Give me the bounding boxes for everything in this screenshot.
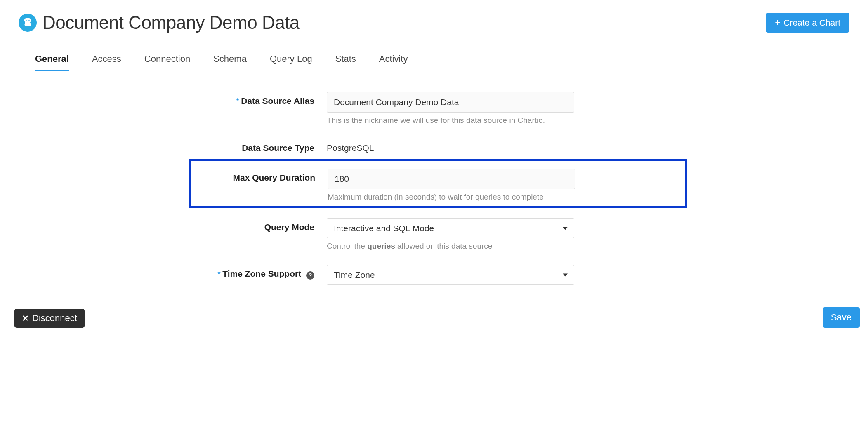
required-marker: *: [236, 96, 239, 106]
close-icon: ✕: [22, 314, 29, 322]
create-chart-button[interactable]: + Create a Chart: [766, 13, 849, 33]
alias-label: Data Source Alias: [241, 96, 314, 106]
row-type: Data Source Type PostgreSQL: [195, 139, 682, 153]
disconnect-label: Disconnect: [32, 313, 77, 324]
max-query-duration-label: Max Query Duration: [233, 173, 315, 182]
query-mode-label: Query Mode: [264, 222, 314, 232]
alias-input[interactable]: [327, 92, 574, 113]
footer-actions: ✕ Disconnect Save: [0, 307, 868, 336]
query-mode-select[interactable]: Interactive and SQL Mode: [327, 218, 574, 238]
tab-schema[interactable]: Schema: [213, 49, 247, 71]
max-query-duration-highlight: Max Query Duration Maximum duration (in …: [189, 159, 687, 208]
postgres-icon: [19, 14, 37, 32]
row-query-mode: Query Mode Interactive and SQL Mode Cont…: [195, 218, 682, 251]
save-label: Save: [831, 312, 851, 323]
disconnect-button[interactable]: ✕ Disconnect: [14, 309, 85, 328]
tab-activity[interactable]: Activity: [379, 49, 408, 71]
max-query-duration-help: Maximum duration (in seconds) to wait fo…: [328, 193, 575, 202]
tab-general[interactable]: General: [35, 49, 69, 71]
save-button[interactable]: Save: [823, 307, 860, 328]
page-header: Document Company Demo Data + Create a Ch…: [19, 12, 849, 33]
row-max-query-duration: Max Query Duration Maximum duration (in …: [196, 169, 681, 202]
timezone-select[interactable]: Time Zone: [327, 265, 574, 285]
row-alias: *Data Source Alias This is the nickname …: [195, 92, 682, 125]
query-mode-help: Control the queries allowed on this data…: [327, 242, 574, 251]
tab-stats[interactable]: Stats: [335, 49, 356, 71]
required-marker: *: [217, 269, 221, 278]
tabs-bar: General Access Connection Schema Query L…: [19, 49, 849, 71]
plus-icon: +: [775, 18, 780, 27]
general-form: *Data Source Alias This is the nickname …: [186, 92, 682, 285]
max-query-duration-input[interactable]: [328, 169, 575, 189]
page-title: Document Company Demo Data: [42, 12, 300, 33]
type-value: PostgreSQL: [327, 139, 574, 153]
create-chart-label: Create a Chart: [783, 18, 840, 28]
alias-help: This is the nickname we will use for thi…: [327, 116, 574, 125]
row-timezone: *Time Zone Support ? Time Zone: [195, 265, 682, 285]
tab-connection[interactable]: Connection: [144, 49, 190, 71]
question-circle-icon[interactable]: ?: [306, 271, 314, 280]
tab-access[interactable]: Access: [92, 49, 121, 71]
timezone-label: Time Zone Support: [222, 269, 301, 278]
type-label: Data Source Type: [242, 143, 314, 153]
tab-query-log[interactable]: Query Log: [270, 49, 312, 71]
